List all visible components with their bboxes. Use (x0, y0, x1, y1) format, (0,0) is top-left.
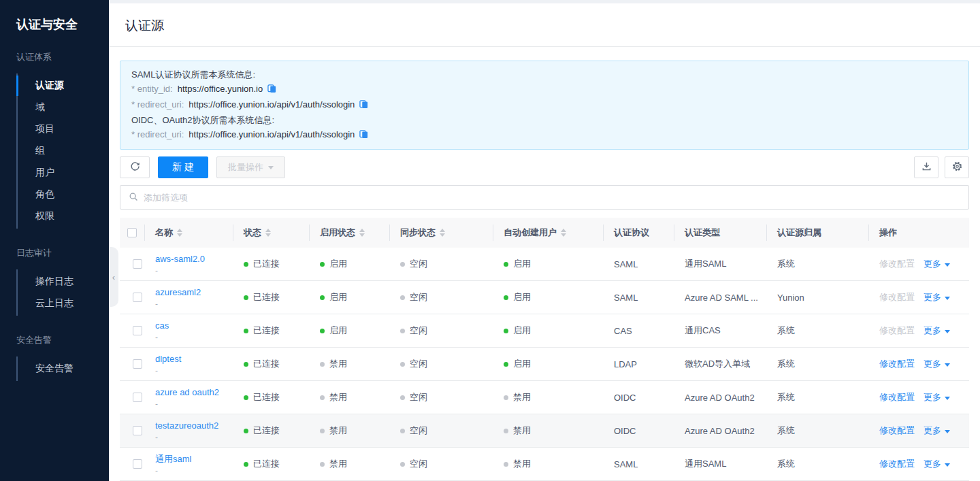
sidebar-item-label: 用户 (35, 167, 54, 178)
search-input[interactable] (144, 193, 960, 203)
info-value: https://office.yunion.io/api/v1/auth/sso… (189, 99, 355, 110)
more-actions-label: 更多 (924, 259, 941, 269)
more-actions-link[interactable]: 更多 (924, 292, 950, 302)
chevron-down-icon (945, 463, 950, 467)
row-name-link[interactable]: aws-saml2.0 (155, 254, 233, 264)
row-checkbox[interactable] (133, 393, 142, 402)
row-checkbox[interactable] (133, 459, 142, 469)
info-key: * entity_id: (131, 84, 173, 94)
copy-icon[interactable] (267, 83, 276, 97)
edit-config-link[interactable]: 修改配置 (879, 292, 915, 302)
table-row: dlptest-已连接禁用空闲启用LDAP微软AD导入单域系统修改配置更多 (120, 348, 969, 381)
more-actions-label: 更多 (924, 459, 941, 469)
sort-asc-icon (265, 229, 271, 232)
column-header-label: 操作 (879, 227, 897, 239)
sidebar-item[interactable]: 操作日志 (18, 271, 109, 293)
row-name-link[interactable]: 通用saml (155, 454, 233, 464)
more-actions-link[interactable]: 更多 (924, 392, 950, 402)
row-checkbox[interactable] (133, 259, 142, 269)
more-actions-link[interactable]: 更多 (924, 425, 950, 435)
row-name-subtext: - (155, 400, 233, 408)
create-button[interactable]: 新 建 (158, 156, 208, 178)
edit-config-link[interactable]: 修改配置 (879, 325, 915, 335)
row-name-link[interactable]: azuresaml2 (155, 287, 233, 297)
sort-carets-icon[interactable] (359, 229, 365, 237)
status-text: 禁用 (513, 425, 531, 437)
more-actions-link[interactable]: 更多 (924, 359, 950, 369)
sidebar-item[interactable]: 项目 (18, 118, 109, 140)
column-header-label: 状态 (244, 227, 261, 239)
sidebar-item[interactable]: 域 (18, 97, 109, 118)
row-name-link[interactable]: cas (155, 320, 233, 331)
edit-config-link[interactable]: 修改配置 (879, 259, 915, 269)
refresh-button[interactable] (120, 156, 150, 178)
row-checkbox-cell (120, 426, 144, 435)
row-checkbox[interactable] (133, 293, 142, 302)
sort-carets-icon[interactable] (177, 229, 182, 237)
more-actions-link[interactable]: 更多 (924, 259, 950, 269)
column-settings-button[interactable] (945, 156, 969, 178)
sidebar-item[interactable]: 安全告警 (18, 358, 109, 380)
sidebar-item[interactable]: 权限 (18, 205, 109, 227)
copy-icon[interactable] (359, 99, 368, 113)
table-row: azuresaml2-已连接启用空闲启用SAMLAzure AD SAML ..… (120, 281, 969, 314)
row-name-link[interactable]: dlptest (155, 354, 233, 364)
sidebar-item-label: 认证源 (35, 80, 64, 90)
sidebar-item[interactable]: 用户 (18, 162, 109, 184)
row-checkbox[interactable] (133, 426, 142, 435)
owner-cell: Yunion (766, 293, 868, 303)
batch-actions-label: 批量操作 (228, 161, 263, 173)
sidebar-item[interactable]: 组 (18, 140, 109, 162)
enabled-status-cell: 禁用 (309, 391, 389, 403)
status-text: 禁用 (329, 425, 347, 437)
row-checkbox[interactable] (133, 326, 142, 335)
protocol-cell: CAS (603, 326, 674, 336)
owner-cell: 系统 (766, 358, 868, 370)
sort-carets-icon[interactable] (440, 229, 445, 237)
row-name-link[interactable]: azure ad oauth2 (155, 387, 233, 397)
status-text: 已连接 (253, 258, 280, 270)
sidebar-item[interactable]: 云上日志 (18, 293, 109, 314)
auto-create-cell: 启用 (493, 258, 603, 270)
row-name-subtext: - (155, 467, 233, 475)
more-actions-link[interactable]: 更多 (924, 459, 950, 469)
sort-carets-icon[interactable] (561, 229, 566, 237)
chevron-down-icon (945, 263, 950, 267)
gear-icon (951, 161, 963, 174)
sort-carets-icon[interactable] (265, 229, 271, 237)
copy-icon[interactable] (359, 129, 368, 143)
row-name-link[interactable]: testazureoauth2 (155, 420, 233, 431)
protocol-cell: SAML (603, 459, 674, 469)
status-text: 禁用 (329, 391, 347, 403)
status-text: 已连接 (253, 391, 280, 403)
status-dot-icon (504, 462, 508, 467)
sort-desc-icon (177, 233, 182, 237)
edit-config-link[interactable]: 修改配置 (879, 392, 915, 402)
sync-status-cell: 空闲 (389, 325, 493, 337)
sidebar-collapse-handle[interactable]: ‹ (109, 247, 118, 307)
protocol-cell: OIDC (603, 393, 674, 403)
status-text: 禁用 (329, 458, 347, 470)
row-checkbox[interactable] (133, 359, 142, 369)
status-dot-icon (244, 262, 248, 267)
batch-actions-button[interactable]: 批量操作 (216, 156, 285, 178)
status-cell: 已连接 (233, 291, 309, 303)
sidebar-item[interactable]: 认证源 (18, 75, 109, 97)
select-all-checkbox[interactable] (127, 228, 137, 237)
sidebar-section-label: 日志审计 (0, 247, 109, 259)
sort-desc-icon (265, 233, 271, 237)
export-button[interactable] (914, 156, 938, 178)
filter-search-bar[interactable] (120, 185, 969, 210)
row-checkbox-cell (120, 259, 144, 269)
sidebar-item[interactable]: 角色 (18, 184, 109, 205)
status-text: 禁用 (513, 458, 531, 470)
edit-config-link[interactable]: 修改配置 (879, 359, 915, 369)
protocol-cell: SAML (603, 259, 674, 269)
status-dot-icon (244, 329, 248, 333)
edit-config-link[interactable]: 修改配置 (879, 459, 915, 469)
edit-config-link[interactable]: 修改配置 (879, 425, 915, 435)
actions-cell: 修改配置更多 (868, 391, 969, 403)
status-dot-icon (504, 362, 508, 367)
auth-type-cell: Azure AD OAuth2 (674, 393, 766, 403)
more-actions-link[interactable]: 更多 (924, 325, 950, 335)
